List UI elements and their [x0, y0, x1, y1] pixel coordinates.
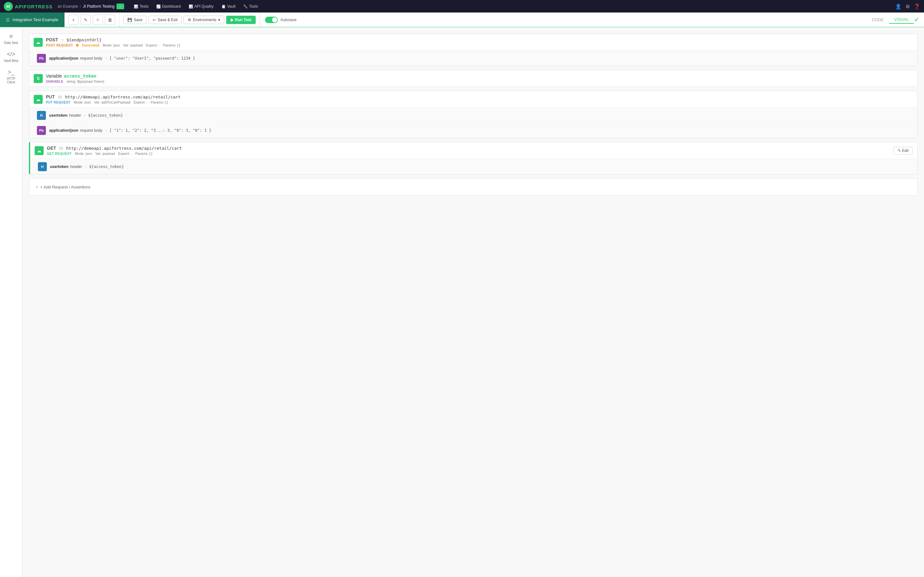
put-header-arrow: → — [83, 113, 87, 118]
env-chevron-icon: ▾ — [218, 18, 220, 22]
post-body-arrow: → — [104, 56, 108, 61]
get-header-name: usertoken — [50, 164, 68, 169]
get-h-badge: H — [38, 162, 47, 171]
tab-code[interactable]: CODE — [867, 16, 889, 23]
put-header-value: ${access_token} — [88, 113, 123, 118]
add-button[interactable]: + — [68, 15, 79, 25]
get-request-info: GET to http://demoapi.apifortress.com/ap… — [47, 145, 890, 155]
tab-visual[interactable]: VISUAL — [889, 16, 914, 24]
post-mode: Mode: json — [103, 43, 120, 47]
get-request-title: GET to http://demoapi.apifortress.com/ap… — [47, 145, 890, 151]
put-expect: Expect: - — [134, 100, 147, 104]
plus-icon: + — [36, 184, 38, 189]
put-body-arrow: → — [104, 128, 108, 133]
put-mode: Mode: json — [74, 100, 91, 104]
autosave-toggle[interactable]: Autosave — [265, 17, 296, 23]
get-header-value: ${access_token} — [89, 164, 124, 169]
variable-s-badge: S — [34, 74, 43, 83]
post-params: Params: [:] — [163, 43, 180, 47]
nav-right-icons: 👤 ⚙ ❓ — [895, 3, 920, 10]
sidebar-item-datasets[interactable]: ≡ Data Sets — [2, 31, 21, 47]
equals-button[interactable]: = — [93, 15, 103, 25]
help-icon[interactable]: ❓ — [914, 3, 920, 10]
breadcrumb-arrow[interactable]: → — [116, 3, 124, 9]
vault-beta-icon: </> — [7, 51, 15, 58]
more-options-button[interactable]: ⋮ — [29, 155, 31, 161]
variable-name: access_token — [64, 73, 96, 79]
autosave-label: Autosave — [280, 18, 296, 22]
sidebar-datasets-label: Data Sets — [4, 41, 18, 45]
breadcrumb-part2[interactable]: JI Platform Testing — [83, 4, 114, 9]
post-status-dot — [76, 44, 79, 47]
gear-icon[interactable]: ⚙ — [905, 3, 910, 10]
user-icon[interactable]: 👤 — [895, 3, 901, 10]
get-method: GET — [47, 145, 56, 151]
post-body-type: application/json — [49, 56, 78, 61]
save-button[interactable]: 💾 Save — [123, 16, 147, 24]
post-request-info: POST → ${endpointUrl} POST REQUEST Gener… — [46, 37, 913, 47]
sidebar-item-http-client[interactable]: >_ HTTP Client — [2, 66, 21, 87]
breadcrumb-separator: / — [80, 4, 81, 9]
put-var: Var: addToCartPayload — [94, 100, 130, 104]
get-endpoint: http://demoapi.apifortress.com/api/retai… — [66, 146, 182, 151]
nav-api-quality[interactable]: 📊 API Quality — [186, 3, 217, 10]
test-tab-icon: ☰ — [6, 17, 10, 23]
nav-tools[interactable]: 🔧 Tools — [240, 3, 261, 10]
environments-button[interactable]: ⚙ Environments ▾ — [184, 16, 224, 24]
put-method: PUT — [46, 94, 55, 99]
get-to: to — [59, 145, 63, 151]
put-header-mid: header — [69, 113, 81, 118]
get-edit-button[interactable]: ✎ Edit — [893, 147, 913, 155]
nav-tests[interactable]: 📊 Tests — [131, 3, 152, 10]
put-h-badge: H — [37, 111, 46, 120]
get-expect: Expect: - — [118, 152, 132, 155]
put-label: PUT REQUEST — [46, 101, 71, 104]
post-body-row: Pb application/json request body → { "us… — [29, 51, 917, 66]
logo-text: APIFORTRESS — [15, 4, 53, 9]
put-body-mid: request body — [80, 128, 102, 133]
run-icon: ▶ — [231, 18, 234, 22]
delete-button[interactable]: 🗑 — [105, 15, 115, 25]
tests-icon: 📊 — [134, 5, 138, 9]
toggle-switch[interactable] — [265, 17, 278, 23]
save-exit-button[interactable]: ↩ Save & Exit — [149, 16, 182, 24]
variable-string: string: ${payload.Token} — [66, 79, 104, 83]
save-exit-icon: ↩ — [153, 18, 156, 22]
post-request-block: ☁ POST → ${endpointUrl} POST REQUEST Gen… — [29, 34, 918, 66]
post-method: POST — [46, 37, 58, 42]
checkmark-icon: ✓ — [914, 16, 919, 23]
editor-toolbar: + ✎ = 🗑 — [65, 13, 120, 27]
logo[interactable]: AF APIFORTRESS — [4, 2, 53, 11]
variable-label: VARIABLE — [46, 80, 63, 83]
sidebar-item-vault[interactable]: </> Vault Beta — [2, 48, 21, 65]
post-body-content: application/json request body → { "user"… — [49, 56, 195, 61]
post-generated: Generated — [82, 43, 99, 47]
get-header-arrow: → — [84, 164, 87, 169]
put-request-block: ☁ PUT to http://demoapi.apifortress.com/… — [29, 91, 918, 138]
view-tabs: CODE VISUAL ✓ — [867, 16, 919, 24]
nav-dashboard[interactable]: 📈 Dashboard — [153, 3, 184, 10]
get-header-content: usertoken header → ${access_token} — [50, 164, 124, 169]
add-request-button[interactable]: + + Add Request / Assertions — [29, 178, 918, 195]
variable-block: S Variable access_token VARIABLE string:… — [29, 70, 918, 87]
put-endpoint: http://demoapi.apifortress.com/api/retai… — [65, 95, 181, 99]
variable-title: Variable access_token — [46, 73, 913, 79]
edit-pencil-button[interactable]: ✎ — [81, 15, 91, 25]
api-quality-icon: 📊 — [189, 5, 193, 9]
post-request-meta: POST REQUEST Generated Mode: json Var: p… — [46, 43, 913, 47]
post-cloud-icon: ☁ — [34, 38, 43, 47]
nav-vault[interactable]: 📋 Vault — [218, 3, 239, 10]
post-request-header: ☁ POST → ${endpointUrl} POST REQUEST Gen… — [29, 34, 917, 51]
post-body-mid: request body — [80, 56, 102, 61]
breadcrumb-part1[interactable]: an Example — [58, 4, 78, 9]
get-params: Params: [:] — [135, 152, 152, 155]
post-request-title: POST → ${endpointUrl} — [46, 37, 913, 42]
run-test-button[interactable]: ▶ Run Test — [226, 16, 256, 24]
test-title-tab[interactable]: ☰ Integration Test Example — [0, 13, 65, 27]
variable-info: Variable access_token VARIABLE string: $… — [46, 73, 913, 83]
put-body-row: Pb application/json request body → { "1"… — [29, 123, 917, 138]
test-title: Integration Test Example — [13, 17, 58, 22]
save-icon: 💾 — [128, 18, 132, 22]
datasets-icon: ≡ — [9, 33, 13, 40]
put-body-value: { "1": 1, "2": 2, "3...: 3, "9": 3, "8":… — [110, 128, 212, 133]
